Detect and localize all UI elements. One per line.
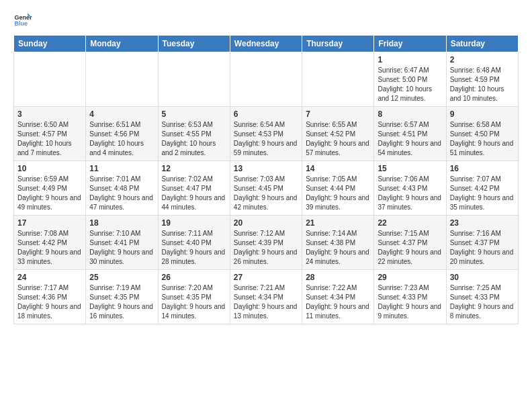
day-info: Sunrise: 6:47 AM Sunset: 5:00 PM Dayligh… — [378, 66, 442, 103]
day-info: Sunrise: 6:59 AM Sunset: 4:49 PM Dayligh… — [17, 175, 82, 212]
day-info: Sunrise: 7:08 AM Sunset: 4:42 PM Dayligh… — [17, 229, 82, 267]
day-info: Sunrise: 7:22 AM Sunset: 4:34 PM Dayligh… — [306, 283, 370, 321]
calendar-cell: 17Sunrise: 7:08 AM Sunset: 4:42 PM Dayli… — [14, 216, 86, 270]
day-number: 17 — [17, 218, 82, 228]
header-day-sunday: Sunday — [14, 36, 86, 52]
calendar-table: SundayMondayTuesdayWednesdayThursdayFrid… — [13, 35, 519, 324]
day-info: Sunrise: 7:14 AM Sunset: 4:38 PM Dayligh… — [306, 229, 370, 267]
page-header: General Blue — [13, 11, 519, 30]
calendar-cell: 1Sunrise: 6:47 AM Sunset: 5:00 PM Daylig… — [374, 52, 446, 107]
day-number: 4 — [89, 109, 154, 119]
calendar-cell: 23Sunrise: 7:16 AM Sunset: 4:37 PM Dayli… — [446, 216, 518, 270]
day-info: Sunrise: 7:17 AM Sunset: 4:36 PM Dayligh… — [17, 283, 82, 321]
day-number: 18 — [89, 218, 154, 228]
day-info: Sunrise: 6:53 AM Sunset: 4:55 PM Dayligh… — [162, 120, 226, 158]
day-info: Sunrise: 7:12 AM Sunset: 4:39 PM Dayligh… — [234, 229, 298, 267]
header-day-friday: Friday — [374, 36, 446, 52]
day-info: Sunrise: 7:15 AM Sunset: 4:37 PM Dayligh… — [378, 229, 442, 267]
day-number: 6 — [234, 109, 298, 119]
calendar-cell: 19Sunrise: 7:11 AM Sunset: 4:40 PM Dayli… — [158, 216, 230, 270]
calendar-cell: 26Sunrise: 7:20 AM Sunset: 4:35 PM Dayli… — [158, 270, 230, 324]
calendar-body: 1Sunrise: 6:47 AM Sunset: 5:00 PM Daylig… — [14, 52, 519, 324]
day-number: 20 — [234, 218, 298, 228]
calendar-cell: 6Sunrise: 6:54 AM Sunset: 4:53 PM Daylig… — [230, 107, 302, 161]
logo: General Blue — [13, 11, 35, 30]
day-info: Sunrise: 7:11 AM Sunset: 4:40 PM Dayligh… — [162, 229, 226, 267]
calendar-cell — [158, 52, 230, 107]
day-info: Sunrise: 7:20 AM Sunset: 4:35 PM Dayligh… — [162, 283, 226, 321]
day-number: 27 — [234, 273, 298, 282]
week-row-4: 17Sunrise: 7:08 AM Sunset: 4:42 PM Dayli… — [14, 216, 519, 270]
header-day-thursday: Thursday — [302, 36, 374, 52]
day-number: 13 — [234, 164, 298, 173]
calendar-cell — [302, 52, 374, 107]
day-number: 21 — [306, 218, 370, 228]
calendar-cell: 27Sunrise: 7:21 AM Sunset: 4:34 PM Dayli… — [230, 270, 302, 324]
calendar-cell — [14, 52, 86, 107]
calendar-cell: 2Sunrise: 6:48 AM Sunset: 4:59 PM Daylig… — [446, 52, 518, 107]
day-number: 1 — [378, 55, 442, 64]
day-number: 25 — [89, 273, 154, 282]
calendar-cell: 5Sunrise: 6:53 AM Sunset: 4:55 PM Daylig… — [158, 107, 230, 161]
week-row-5: 24Sunrise: 7:17 AM Sunset: 4:36 PM Dayli… — [14, 270, 519, 324]
svg-text:Blue: Blue — [14, 20, 28, 27]
day-number: 11 — [89, 164, 154, 173]
calendar-cell: 15Sunrise: 7:06 AM Sunset: 4:43 PM Dayli… — [374, 161, 446, 216]
day-number: 28 — [306, 273, 370, 282]
week-row-3: 10Sunrise: 6:59 AM Sunset: 4:49 PM Dayli… — [14, 161, 519, 216]
calendar-cell: 29Sunrise: 7:23 AM Sunset: 4:33 PM Dayli… — [374, 270, 446, 324]
day-number: 10 — [17, 164, 82, 173]
day-info: Sunrise: 6:51 AM Sunset: 4:56 PM Dayligh… — [89, 120, 154, 158]
day-info: Sunrise: 6:57 AM Sunset: 4:51 PM Dayligh… — [378, 120, 442, 158]
svg-text:General: General — [14, 14, 32, 21]
calendar-cell — [86, 52, 158, 107]
day-number: 16 — [450, 164, 515, 173]
day-info: Sunrise: 7:03 AM Sunset: 4:45 PM Dayligh… — [234, 175, 298, 212]
calendar-cell: 21Sunrise: 7:14 AM Sunset: 4:38 PM Dayli… — [302, 216, 374, 270]
calendar-cell — [230, 52, 302, 107]
calendar-cell: 3Sunrise: 6:50 AM Sunset: 4:57 PM Daylig… — [14, 107, 86, 161]
calendar-cell: 9Sunrise: 6:58 AM Sunset: 4:50 PM Daylig… — [446, 107, 518, 161]
calendar-cell: 22Sunrise: 7:15 AM Sunset: 4:37 PM Dayli… — [374, 216, 446, 270]
day-info: Sunrise: 7:23 AM Sunset: 4:33 PM Dayligh… — [378, 283, 442, 321]
day-number: 8 — [378, 109, 442, 119]
day-number: 2 — [450, 55, 515, 64]
calendar-cell: 7Sunrise: 6:55 AM Sunset: 4:52 PM Daylig… — [302, 107, 374, 161]
day-info: Sunrise: 7:25 AM Sunset: 4:33 PM Dayligh… — [450, 283, 515, 321]
calendar-cell: 8Sunrise: 6:57 AM Sunset: 4:51 PM Daylig… — [374, 107, 446, 161]
header-day-wednesday: Wednesday — [230, 36, 302, 52]
day-number: 30 — [450, 273, 515, 282]
day-info: Sunrise: 7:07 AM Sunset: 4:42 PM Dayligh… — [450, 175, 515, 212]
calendar-cell: 13Sunrise: 7:03 AM Sunset: 4:45 PM Dayli… — [230, 161, 302, 216]
calendar-cell: 28Sunrise: 7:22 AM Sunset: 4:34 PM Dayli… — [302, 270, 374, 324]
day-number: 3 — [17, 109, 82, 119]
day-info: Sunrise: 6:54 AM Sunset: 4:53 PM Dayligh… — [234, 120, 298, 158]
day-number: 23 — [450, 218, 515, 228]
calendar-cell: 25Sunrise: 7:19 AM Sunset: 4:35 PM Dayli… — [86, 270, 158, 324]
calendar-cell: 16Sunrise: 7:07 AM Sunset: 4:42 PM Dayli… — [446, 161, 518, 216]
day-info: Sunrise: 6:50 AM Sunset: 4:57 PM Dayligh… — [17, 120, 82, 158]
week-row-1: 1Sunrise: 6:47 AM Sunset: 5:00 PM Daylig… — [14, 52, 519, 107]
header-day-saturday: Saturday — [446, 36, 518, 52]
day-info: Sunrise: 7:05 AM Sunset: 4:44 PM Dayligh… — [306, 175, 370, 212]
calendar-cell: 12Sunrise: 7:02 AM Sunset: 4:47 PM Dayli… — [158, 161, 230, 216]
calendar-cell: 11Sunrise: 7:01 AM Sunset: 4:48 PM Dayli… — [86, 161, 158, 216]
day-number: 15 — [378, 164, 442, 173]
calendar-header-row: SundayMondayTuesdayWednesdayThursdayFrid… — [14, 36, 519, 52]
day-number: 7 — [306, 109, 370, 119]
calendar-cell: 30Sunrise: 7:25 AM Sunset: 4:33 PM Dayli… — [446, 270, 518, 324]
day-number: 12 — [162, 164, 226, 173]
day-info: Sunrise: 7:01 AM Sunset: 4:48 PM Dayligh… — [89, 175, 154, 212]
day-number: 5 — [162, 109, 226, 119]
day-info: Sunrise: 7:16 AM Sunset: 4:37 PM Dayligh… — [450, 229, 515, 267]
calendar-cell: 10Sunrise: 6:59 AM Sunset: 4:49 PM Dayli… — [14, 161, 86, 216]
day-number: 26 — [162, 273, 226, 282]
logo-icon: General Blue — [13, 11, 32, 30]
day-info: Sunrise: 7:10 AM Sunset: 4:41 PM Dayligh… — [89, 229, 154, 267]
day-info: Sunrise: 6:58 AM Sunset: 4:50 PM Dayligh… — [450, 120, 515, 158]
calendar-cell: 4Sunrise: 6:51 AM Sunset: 4:56 PM Daylig… — [86, 107, 158, 161]
day-number: 22 — [378, 218, 442, 228]
calendar-cell: 24Sunrise: 7:17 AM Sunset: 4:36 PM Dayli… — [14, 270, 86, 324]
header-day-tuesday: Tuesday — [158, 36, 230, 52]
day-info: Sunrise: 7:19 AM Sunset: 4:35 PM Dayligh… — [89, 283, 154, 321]
